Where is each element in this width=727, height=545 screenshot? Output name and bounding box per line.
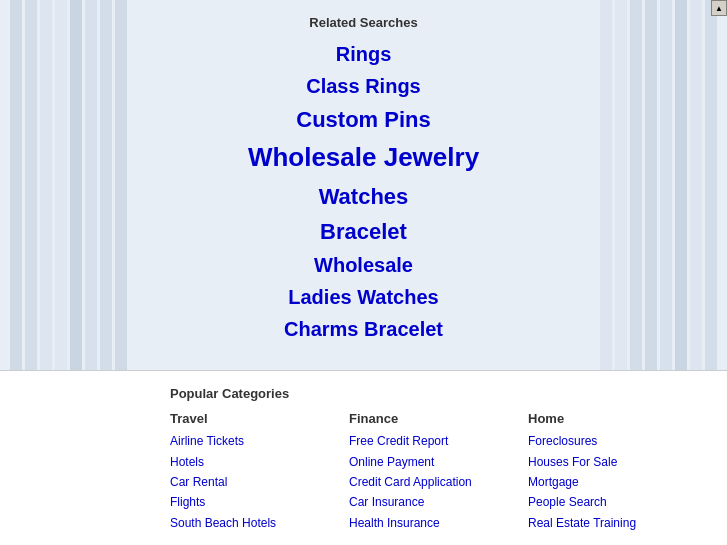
stripe	[600, 0, 612, 370]
stripe	[705, 0, 717, 370]
stripe	[615, 0, 627, 370]
link-people-search[interactable]: People Search	[528, 492, 707, 512]
scrollbar-up-button[interactable]: ▲	[711, 0, 727, 16]
stripe	[85, 0, 97, 370]
stripe	[115, 0, 127, 370]
category-column-travel: Travel Airline Tickets Hotels Car Rental…	[170, 411, 349, 533]
popular-categories-title: Popular Categories	[170, 386, 707, 401]
search-link-rings[interactable]: Rings	[248, 38, 479, 70]
stripe	[645, 0, 657, 370]
category-column-finance: Finance Free Credit Report Online Paymen…	[349, 411, 528, 533]
link-flights[interactable]: Flights	[170, 492, 349, 512]
stripe	[10, 0, 22, 370]
link-online-payment[interactable]: Online Payment	[349, 452, 528, 472]
link-real-estate-training[interactable]: Real Estate Training	[528, 513, 707, 533]
stripe	[40, 0, 52, 370]
related-searches-container: Related Searches Rings Class Rings Custo…	[228, 10, 499, 350]
page-wrapper: Related Searches Rings Class Rings Custo…	[0, 0, 727, 545]
left-stripes	[0, 0, 137, 370]
search-link-watches[interactable]: Watches	[248, 179, 479, 214]
stripe	[100, 0, 112, 370]
search-link-ladies-watches[interactable]: Ladies Watches	[248, 281, 479, 313]
right-stripes	[590, 0, 727, 370]
link-south-beach-hotels[interactable]: South Beach Hotels	[170, 513, 349, 533]
travel-title: Travel	[170, 411, 349, 426]
stripe	[660, 0, 672, 370]
home-title: Home	[528, 411, 707, 426]
link-foreclosures[interactable]: Foreclosures	[528, 431, 707, 451]
search-link-charms-bracelet[interactable]: Charms Bracelet	[248, 313, 479, 345]
stripe	[630, 0, 642, 370]
stripe	[675, 0, 687, 370]
stripe	[55, 0, 67, 370]
stripe	[70, 0, 82, 370]
categories-section: Popular Categories Travel Airline Ticket…	[0, 370, 727, 545]
link-airline-tickets[interactable]: Airline Tickets	[170, 431, 349, 451]
category-column-home: Home Foreclosures Houses For Sale Mortga…	[528, 411, 707, 533]
link-hotels[interactable]: Hotels	[170, 452, 349, 472]
link-free-credit-report[interactable]: Free Credit Report	[349, 431, 528, 451]
finance-title: Finance	[349, 411, 528, 426]
search-link-class-rings[interactable]: Class Rings	[248, 70, 479, 102]
link-car-rental[interactable]: Car Rental	[170, 472, 349, 492]
link-car-insurance[interactable]: Car Insurance	[349, 492, 528, 512]
categories-grid: Travel Airline Tickets Hotels Car Rental…	[170, 411, 707, 533]
top-section: Related Searches Rings Class Rings Custo…	[0, 0, 727, 370]
link-houses-for-sale[interactable]: Houses For Sale	[528, 452, 707, 472]
link-health-insurance[interactable]: Health Insurance	[349, 513, 528, 533]
stripe	[25, 0, 37, 370]
search-link-custom-pins[interactable]: Custom Pins	[248, 102, 479, 137]
link-mortgage[interactable]: Mortgage	[528, 472, 707, 492]
link-credit-card-application[interactable]: Credit Card Application	[349, 472, 528, 492]
related-searches-title: Related Searches	[248, 15, 479, 30]
stripe	[690, 0, 702, 370]
search-link-wholesale[interactable]: Wholesale	[248, 249, 479, 281]
search-link-wholesale-jewelry[interactable]: Wholesale Jewelry	[248, 137, 479, 179]
search-link-bracelet[interactable]: Bracelet	[248, 214, 479, 249]
